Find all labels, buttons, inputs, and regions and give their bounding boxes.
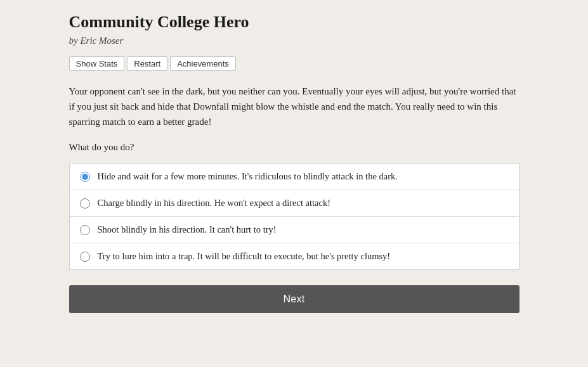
game-title: Community College Hero: [69, 13, 519, 32]
achievements-button[interactable]: Achievements: [170, 56, 236, 71]
story-prompt: What do you do?: [69, 142, 519, 153]
choice-radio-4[interactable]: [80, 252, 90, 262]
choice-label-3: Shoot blindly in his direction. It can't…: [98, 224, 277, 235]
page-container: Community College Hero by Eric Moser Sho…: [69, 0, 519, 338]
story-paragraph: Your opponent can't see in the dark, but…: [69, 84, 519, 129]
author-line: by Eric Moser: [69, 35, 519, 46]
choice-radio-1[interactable]: [80, 172, 90, 182]
choice-label-1: Hide and wait for a few more minutes. It…: [98, 171, 398, 182]
choice-label-4: Try to lure him into a trap. It will be …: [98, 251, 391, 262]
choice-item-4[interactable]: Try to lure him into a trap. It will be …: [70, 243, 519, 269]
next-button[interactable]: Next: [69, 285, 519, 313]
choices-container: Hide and wait for a few more minutes. It…: [69, 163, 519, 270]
choice-item-1[interactable]: Hide and wait for a few more minutes. It…: [70, 164, 519, 190]
choice-radio-3[interactable]: [80, 225, 90, 235]
choice-item-2[interactable]: Charge blindly in his direction. He won'…: [70, 190, 519, 217]
choice-item-3[interactable]: Shoot blindly in his direction. It can't…: [70, 217, 519, 243]
choice-label-2: Charge blindly in his direction. He won'…: [98, 198, 331, 209]
restart-button[interactable]: Restart: [127, 56, 167, 71]
show-stats-button[interactable]: Show Stats: [69, 56, 125, 71]
toolbar: Show Stats Restart Achievements: [69, 56, 519, 71]
choice-radio-2[interactable]: [80, 198, 90, 209]
